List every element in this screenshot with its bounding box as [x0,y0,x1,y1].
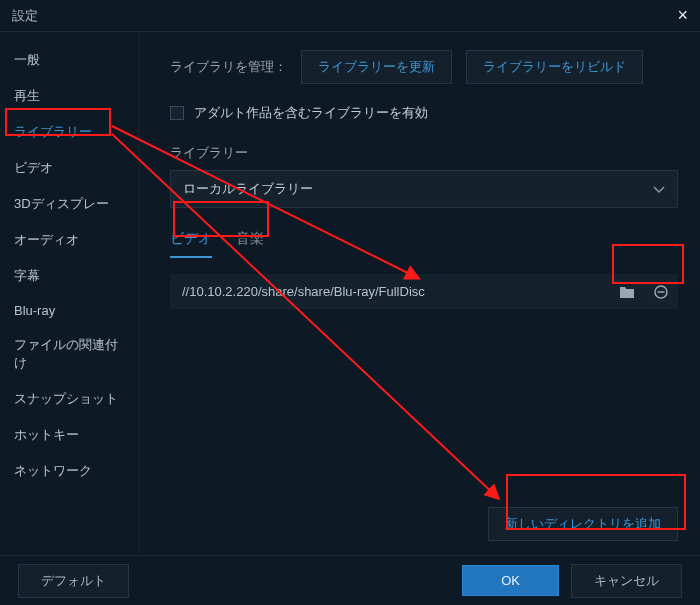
main-panel: ライブラリを管理： ライブラリーを更新 ライブラリーをリビルド アダルト作品を含… [140,32,700,555]
sidebar: 一般 再生 ライブラリー ビデオ 3Dディスプレー オーディオ 字幕 Blu-r… [0,32,140,555]
adult-content-label: アダルト作品を含むライブラリーを有効 [194,104,428,122]
sidebar-item-label: スナップショット [14,391,118,406]
sidebar-item-audio[interactable]: オーディオ [0,222,139,258]
sidebar-item-label: 一般 [14,52,40,67]
cancel-button[interactable]: キャンセル [571,564,682,598]
rebuild-library-button[interactable]: ライブラリーをリビルド [466,50,643,84]
library-section-label: ライブラリー [170,144,678,162]
sidebar-item-bluray[interactable]: Blu-ray [0,294,139,327]
adult-content-checkbox[interactable] [170,106,184,120]
close-icon[interactable]: × [677,5,688,26]
sidebar-item-label: ネットワーク [14,463,92,478]
tab-video[interactable]: ビデオ [170,226,212,258]
sidebar-item-label: 再生 [14,88,40,103]
remove-directory-button[interactable] [644,274,678,309]
tab-music[interactable]: 音楽 [236,226,264,258]
button-label: キャンセル [594,573,659,588]
footer: デフォルト OK キャンセル [0,555,700,605]
sidebar-item-label: ファイルの関連付け [14,337,118,370]
sidebar-item-label: 3Dディスプレー [14,196,109,211]
button-label: ライブラリーをリビルド [483,59,626,74]
manage-library-row: ライブラリを管理： ライブラリーを更新 ライブラリーをリビルド [170,50,678,84]
sidebar-item-3d-display[interactable]: 3Dディスプレー [0,186,139,222]
button-label: OK [501,573,520,588]
sidebar-item-label: Blu-ray [14,303,55,318]
button-label: 新しいディレクトリを追加 [505,516,661,531]
refresh-library-button[interactable]: ライブラリーを更新 [301,50,452,84]
window-title: 設定 [12,7,677,25]
default-button[interactable]: デフォルト [18,564,129,598]
button-label: ライブラリーを更新 [318,59,435,74]
sidebar-item-network[interactable]: ネットワーク [0,453,139,489]
sidebar-item-hotkey[interactable]: ホットキー [0,417,139,453]
tab-label: ビデオ [170,230,212,246]
library-select[interactable]: ローカルライブラリー [170,170,678,208]
chevron-down-icon [653,182,665,197]
browse-folder-button[interactable] [610,274,644,309]
adult-content-row: アダルト作品を含むライブラリーを有効 [170,104,678,122]
button-label: デフォルト [41,573,106,588]
sidebar-item-snapshot[interactable]: スナップショット [0,381,139,417]
sidebar-item-file-assoc[interactable]: ファイルの関連付け [0,327,139,381]
sidebar-item-label: ホットキー [14,427,79,442]
media-tabs: ビデオ 音楽 [170,226,678,258]
body: 一般 再生 ライブラリー ビデオ 3Dディスプレー オーディオ 字幕 Blu-r… [0,32,700,555]
add-directory-button[interactable]: 新しいディレクトリを追加 [488,507,678,541]
sidebar-item-library[interactable]: ライブラリー [0,114,139,150]
sidebar-item-label: ライブラリー [14,124,92,139]
sidebar-item-playback[interactable]: 再生 [0,78,139,114]
sidebar-item-subtitle[interactable]: 字幕 [0,258,139,294]
directory-row: //10.10.2.220/share/share/Blu-ray/FullDi… [170,274,678,309]
manage-library-label: ライブラリを管理： [170,58,287,76]
tab-label: 音楽 [236,230,264,246]
sidebar-item-general[interactable]: 一般 [0,42,139,78]
sidebar-item-label: 字幕 [14,268,40,283]
sidebar-item-video[interactable]: ビデオ [0,150,139,186]
sidebar-item-label: ビデオ [14,160,53,175]
sidebar-item-label: オーディオ [14,232,79,247]
ok-button[interactable]: OK [462,565,559,596]
library-select-value: ローカルライブラリー [183,180,313,198]
directory-path: //10.10.2.220/share/share/Blu-ray/FullDi… [170,274,610,309]
titlebar: 設定 × [0,0,700,32]
